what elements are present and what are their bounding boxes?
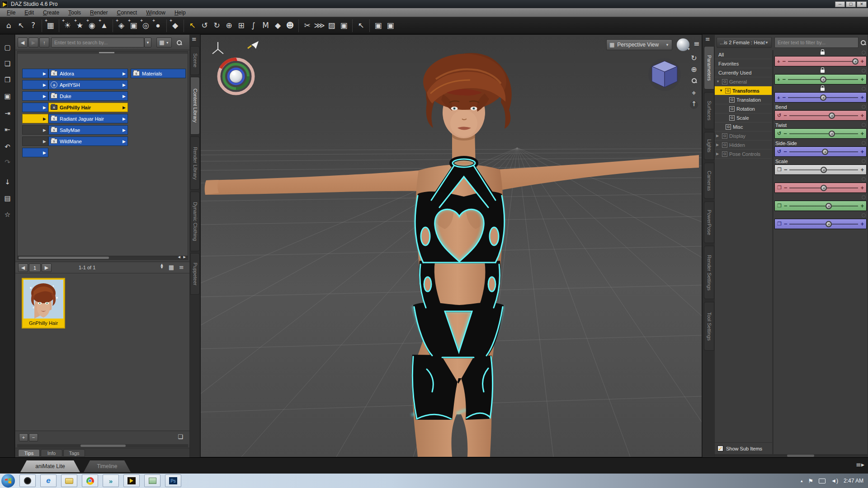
search-input[interactable]: Enter text to search by... bbox=[51, 38, 144, 47]
tree-hscroll-top[interactable] bbox=[99, 52, 114, 53]
slider-handle[interactable] bbox=[829, 113, 835, 119]
render-settings-icon[interactable]: ▣ bbox=[384, 19, 396, 33]
menu-create[interactable]: Create bbox=[39, 9, 63, 17]
tool-settings-icon[interactable]: ↖ bbox=[355, 19, 367, 33]
clock[interactable]: 2:47 AM bbox=[844, 478, 863, 484]
dock-tab-surfaces[interactable]: Surfaces bbox=[704, 92, 714, 129]
view-selector-dropdown[interactable]: ▦ Perspective View ▼ bbox=[606, 39, 672, 50]
folder-item-wildmane[interactable]: sWildMane▶ bbox=[48, 136, 128, 146]
create-distant-light-icon[interactable]: +★ bbox=[74, 19, 86, 33]
nudge-down-button[interactable]: − bbox=[784, 221, 788, 227]
orbit-camera-icon[interactable]: ↻ bbox=[691, 55, 697, 62]
param-slider[interactable]: ↺− + bbox=[774, 146, 867, 157]
joint-editor-icon[interactable]: ∫ bbox=[247, 19, 259, 33]
volume-icon[interactable]: ◄) bbox=[831, 478, 838, 484]
folder-item-aprilysh[interactable]: aAprilYSH▶ bbox=[48, 80, 128, 89]
scale-tool-icon[interactable]: ⊞ bbox=[235, 19, 247, 33]
maximize-button[interactable]: ▢ bbox=[846, 1, 856, 7]
import-icon[interactable]: ⇥ bbox=[0, 110, 15, 117]
menu-connect[interactable]: Connect bbox=[113, 9, 141, 17]
translate-tool-icon[interactable]: ⊕ bbox=[223, 19, 235, 33]
slider-handle[interactable] bbox=[820, 76, 826, 83]
search-icon[interactable] bbox=[176, 39, 182, 47]
search-dropdown-button[interactable]: ▼ bbox=[144, 38, 151, 47]
tab-animate-lite[interactable]: aniMate Lite bbox=[20, 460, 80, 472]
nudge-down-button[interactable]: − bbox=[784, 166, 788, 173]
network-icon[interactable] bbox=[819, 479, 826, 483]
thumb-grid-view-icon[interactable]: ▦ bbox=[169, 264, 174, 270]
category-row[interactable]: ▶ bbox=[22, 125, 48, 135]
content-thumbnail-gnphilly-hair[interactable]: GnPhilly Hair bbox=[22, 278, 65, 328]
install-content-icon[interactable]: ↓ bbox=[0, 179, 15, 186]
slider-track[interactable] bbox=[788, 93, 858, 102]
slider-handle[interactable] bbox=[829, 131, 835, 137]
orientation-trackball[interactable] bbox=[217, 57, 255, 95]
gear-icon[interactable] bbox=[862, 195, 866, 199]
folder-item-aldora[interactable]: sAldora▶ bbox=[48, 69, 128, 78]
slider-track[interactable] bbox=[788, 56, 858, 66]
rotate-tool-icon[interactable]: ↺ bbox=[198, 19, 211, 33]
brush-tool-icon[interactable]: ⋙ bbox=[313, 19, 326, 33]
menu-help[interactable]: Help bbox=[170, 9, 190, 17]
nudge-down-button[interactable]: − bbox=[783, 112, 787, 119]
start-button[interactable] bbox=[1, 474, 15, 488]
param-slider[interactable]: +− + bbox=[774, 74, 867, 84]
viewport[interactable]: ▦ Perspective View ▼ ▼ ≡ ↻ ⊕ ⌖ ↑ bbox=[200, 34, 702, 457]
tab-timeline[interactable]: Timeline bbox=[84, 460, 131, 472]
gear-icon[interactable] bbox=[862, 213, 866, 217]
slider-track[interactable] bbox=[789, 147, 859, 156]
dock-tab-puppeteer[interactable]: Puppeteer bbox=[190, 253, 200, 295]
dock-tab-content-library[interactable]: Content Library bbox=[190, 77, 200, 135]
slider-handle[interactable] bbox=[826, 203, 832, 209]
dock-tab-scene[interactable]: Scene bbox=[190, 46, 200, 75]
new-file-icon[interactable]: ▢ bbox=[0, 44, 15, 51]
gear-icon[interactable] bbox=[862, 177, 866, 181]
ptree-translation[interactable]: GTranslation bbox=[715, 95, 772, 104]
tab-tags[interactable]: Tags bbox=[63, 449, 85, 457]
create-spotlight-icon[interactable]: +▲ bbox=[98, 19, 110, 33]
slider-track[interactable] bbox=[789, 201, 858, 211]
gear-icon[interactable] bbox=[862, 69, 866, 73]
frame-camera-icon[interactable]: ⌖ bbox=[692, 89, 696, 97]
dock-menu-icon[interactable]: ≡ bbox=[192, 36, 197, 42]
dock-tab-lights[interactable]: Lights bbox=[704, 132, 714, 160]
param-slider[interactable]: ↺− + bbox=[774, 110, 867, 121]
filter-search-icon[interactable] bbox=[860, 39, 866, 47]
nudge-up-button[interactable]: + bbox=[860, 202, 864, 209]
page-updown-icon[interactable]: ▲▼ bbox=[160, 264, 164, 269]
menu-render[interactable]: Render bbox=[86, 9, 112, 17]
create-content-icon[interactable]: +▦ bbox=[44, 19, 57, 33]
tree-hscroll[interactable] bbox=[19, 257, 109, 259]
redo-icon[interactable]: ↷ bbox=[0, 159, 15, 166]
nudge-down-button[interactable]: − bbox=[783, 148, 787, 155]
params-hscroll[interactable] bbox=[787, 455, 814, 457]
dock-menu-icon[interactable]: ≡ bbox=[705, 36, 710, 42]
nudge-up-button[interactable]: + bbox=[860, 58, 864, 65]
nav-up-button[interactable]: ↑ bbox=[39, 38, 49, 47]
slider-handle[interactable] bbox=[820, 94, 826, 101]
dock-tab-parameters[interactable]: Parameters bbox=[704, 46, 714, 89]
tab-info[interactable]: Info bbox=[41, 449, 62, 457]
nudge-down-button[interactable]: − bbox=[784, 184, 788, 191]
category-row-selected[interactable]: ▶ bbox=[22, 114, 48, 123]
create-dome-icon[interactable]: +◉ bbox=[86, 19, 98, 33]
menu-tools[interactable]: Tools bbox=[64, 9, 85, 17]
slider-track[interactable] bbox=[789, 111, 859, 120]
node-selection-tool-icon[interactable]: ↖ bbox=[186, 19, 198, 33]
help-icon[interactable]: ? bbox=[27, 19, 39, 33]
filter-input[interactable]: Enter text to filter by... bbox=[774, 37, 859, 48]
content-db-icon[interactable]: ▤ bbox=[0, 195, 15, 202]
ptree-rotation[interactable]: GRotation bbox=[715, 104, 772, 113]
dock-tab-dynamic-clothing[interactable]: Dynamic Clothing bbox=[190, 192, 200, 251]
nudge-up-button[interactable]: + bbox=[860, 166, 864, 173]
ptree-misc[interactable]: GMisc bbox=[715, 122, 772, 131]
slider-track[interactable] bbox=[789, 129, 859, 138]
node-scope-dropdown[interactable]: ...is 2 Female : Head ▼ bbox=[717, 37, 772, 48]
taskbar-app-recorder[interactable] bbox=[19, 474, 36, 487]
view-options-button[interactable]: ▦ ▼ bbox=[156, 38, 172, 47]
page-prev-button[interactable]: ◀ bbox=[18, 263, 28, 272]
slider-handle[interactable] bbox=[821, 167, 827, 173]
save-icon[interactable]: ▣ bbox=[0, 93, 15, 100]
param-slider[interactable]: +− + bbox=[774, 56, 867, 66]
viewport-options-icon[interactable]: ≡ bbox=[693, 40, 699, 47]
